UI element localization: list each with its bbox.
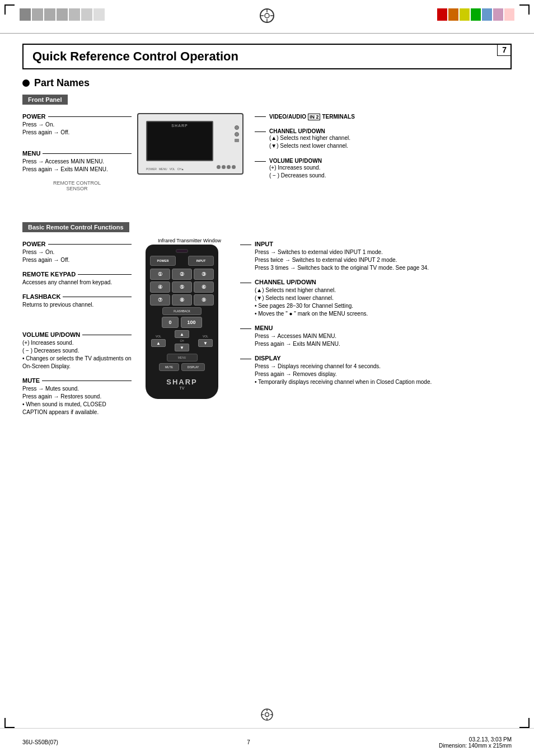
vol-ch-controls: VOL ▲ ▲ CH ▼ VOL ▼	[151, 330, 213, 351]
front-panel-label: Front Panel	[22, 95, 68, 105]
footer-right: 03.2.13, 3:03 PMDimension: 140mm x 215mm	[439, 736, 512, 749]
remote-keypad-title: REMOTE KEYPAD	[22, 271, 76, 278]
footer-left: 36U-S50B(07)	[22, 739, 58, 745]
tv-ctrl-btn2	[222, 165, 226, 169]
front-panel-power-block: POWER Press → On.Press again → Off.	[22, 113, 132, 137]
remote-display-text: DISPLAY Press → Displays receiving chann…	[251, 355, 432, 386]
channel-updown-desc: (▲) Selects next higher channel.(▼) Sele…	[269, 134, 350, 150]
remote-vol-title: VOLUME UP/DOWN	[22, 331, 80, 338]
remote-menu-line	[240, 328, 251, 329]
ch-up-btn[interactable]: ▲	[175, 330, 189, 338]
remote-mute-title: MUTE	[22, 377, 40, 384]
btn-zero[interactable]: 0	[162, 317, 179, 328]
remote-section-label: Basic Remote Control Functions	[22, 222, 129, 232]
remote-input-btn[interactable]: INPUT	[188, 256, 214, 266]
front-panel-area: POWER Press → On.Press again → Off. MENU…	[22, 110, 512, 211]
tv-right-controls	[235, 125, 239, 142]
remote-menu-title: MENU	[255, 325, 340, 331]
strip-block-pink	[493, 8, 503, 21]
remote-menu-btn[interactable]: MENU	[167, 354, 198, 361]
vol-right-label: VOL	[203, 335, 208, 338]
num-btn-4[interactable]: ④	[150, 281, 170, 293]
vol-down-btn[interactable]: ▼	[198, 339, 213, 347]
footer-center: 7	[247, 739, 250, 745]
remote-illustration-area: Infrared Transmitter Window POWER INPUT …	[132, 238, 232, 462]
tv-screen: SHARP	[146, 121, 213, 161]
strip-block	[69, 8, 80, 21]
video-terminals: TERMINALS	[322, 114, 354, 120]
remote-area: POWER Press → On.Press again → Off. REMO…	[22, 238, 512, 462]
remote-left-labels: POWER Press → On.Press again → Off. REMO…	[22, 238, 132, 462]
tv-btn2	[235, 132, 239, 137]
vol-up-btn[interactable]: ▲	[151, 339, 166, 347]
num-btn-8[interactable]: ⑧	[172, 294, 192, 306]
mute-btn[interactable]: MUTE	[159, 363, 179, 371]
flashback-btn[interactable]: FLASHBACK	[162, 307, 202, 315]
tv-btn1	[235, 125, 239, 130]
remote-keypad-desc: Accesses any channel from keypad.	[22, 279, 132, 287]
tv-ctrl-btn3	[227, 165, 231, 169]
ch-down-btn[interactable]: ▼	[175, 344, 189, 351]
remote-display-line	[240, 359, 251, 359]
power-line	[48, 116, 132, 117]
strip-block-green	[471, 8, 481, 21]
channel-updown-block: CHANNEL UP/DOWN (▲) Selects next higher …	[255, 128, 512, 150]
input-desc: Press → Switches to external video INPUT…	[255, 248, 429, 272]
remote-power-block: POWER Press → On.Press again → Off.	[22, 241, 132, 264]
remote-mute-desc: Press → Mutes sound.Press again → Restor…	[22, 385, 132, 416]
power-input-row: POWER INPUT	[150, 256, 214, 266]
num-btn-2[interactable]: ②	[172, 269, 192, 280]
remote-brand-sub: TV	[150, 386, 214, 390]
num-btn-7[interactable]: ⑦	[150, 294, 170, 306]
front-panel-power-title-row: POWER	[22, 113, 132, 120]
btn-hundred[interactable]: 100	[181, 317, 202, 328]
remote-menu-desc: Press → Accesses MAIN MENU.Press again →…	[255, 332, 340, 348]
menu-row: MENU	[150, 354, 214, 361]
remote-keypad-block: REMOTE KEYPAD Accesses any channel from …	[22, 271, 132, 287]
tv-ctrl-btn4	[232, 165, 236, 169]
num-btn-6[interactable]: ⑥	[194, 281, 214, 293]
display-btn[interactable]: DISPLAY	[181, 363, 205, 371]
remote-sensor-label: REMOTE CONTROLSENSOR	[22, 180, 132, 191]
ir-label-top: Infrared Transmitter Window	[143, 238, 221, 243]
strip-block	[44, 8, 55, 21]
remote-menu-block: MENU Press → Accesses MAIN MENU.Press ag…	[240, 325, 512, 348]
video-line	[255, 116, 266, 117]
video-in2-badge: IN 2	[308, 114, 321, 120]
tv-bottom-controls	[217, 165, 236, 169]
corner-bl	[4, 718, 15, 728]
remote-body: POWER INPUT ① ② ③ ④ ⑤ ⑥ ⑦ ⑧ ⑨ FLAS	[146, 245, 218, 399]
remote-flashback-line	[63, 297, 132, 297]
front-panel-menu-desc: Press → Accesses MAIN MENU.Press again →…	[22, 158, 132, 173]
video-audio-block: VIDEO/AUDIO IN 2 TERMINALS	[255, 113, 512, 120]
svg-point-1	[265, 13, 269, 18]
volume-updown-block: VOLUME UP/DOWN (+) Increases sound.( − )…	[255, 158, 512, 180]
ir-window	[176, 249, 188, 253]
channel-updown-text: CHANNEL UP/DOWN (▲) Selects next higher …	[266, 128, 350, 150]
ch-label: CH	[180, 339, 184, 342]
remote-flashback-desc: Returns to previous channel.	[22, 301, 132, 309]
strip-block	[57, 8, 68, 21]
remote-vol-line	[82, 335, 132, 335]
remote-power-btn[interactable]: POWER	[150, 256, 176, 266]
vol-label: VOL	[156, 335, 161, 338]
remote-mute-line	[42, 381, 132, 381]
strip-block	[20, 8, 31, 21]
input-line	[240, 245, 251, 245]
num-btn-3[interactable]: ③	[194, 269, 214, 280]
strip-block-yellow	[460, 8, 470, 21]
corner-tl	[4, 4, 15, 15]
front-panel-power-desc: Press → On.Press again → Off.	[22, 121, 132, 137]
remote-flashback-block: FLASHBACK Returns to previous channel.	[22, 293, 132, 309]
num-btn-1[interactable]: ①	[150, 269, 170, 280]
video-audio-title: VIDEO/AUDIO	[269, 114, 308, 120]
remote-brand-area: SHARP TV	[150, 378, 214, 390]
strip-right	[437, 8, 514, 21]
num-btn-9[interactable]: ⑨	[194, 294, 214, 306]
bottom-center-mark	[260, 708, 274, 722]
num-btn-5[interactable]: ⑤	[172, 281, 192, 293]
volume-updown-text: VOLUME UP/DOWN (+) Increases sound.( − )…	[266, 158, 326, 180]
title-box: Quick Reference Control Operation	[22, 44, 512, 69]
remote-channel-title: CHANNEL UP/DOWN	[255, 279, 368, 285]
tv-bottom-labels: POWER MENU VOL CH▲	[146, 167, 184, 171]
